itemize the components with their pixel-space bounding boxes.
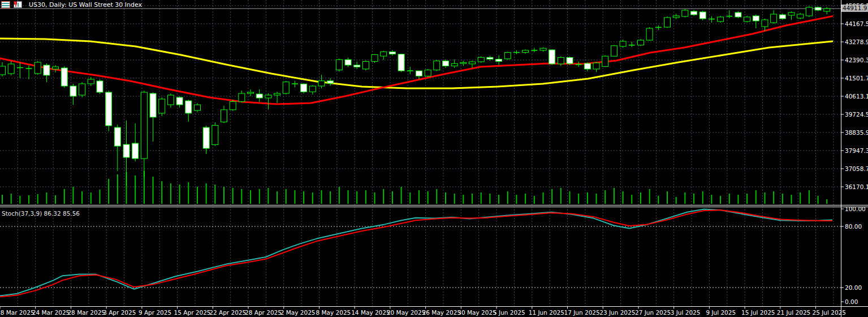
- indicator-plot-area[interactable]: [0, 208, 841, 306]
- chart-title: US30, Daily: US Wall Street 30 Index: [29, 1, 142, 8]
- chart-window: 45056.144167.543278.942390.341501.740613…: [0, 0, 868, 317]
- time-label: 17 Jun 2025: [564, 309, 600, 316]
- time-label: 9 Apr 2025: [139, 309, 171, 316]
- indicator-level-label: 100.00: [845, 205, 866, 212]
- price-label: 40613.1: [845, 93, 868, 100]
- time-label: 27 Jun 2025: [635, 309, 671, 316]
- time-label: 3 Apr 2025: [103, 309, 136, 316]
- price-label: 39724.5: [845, 111, 868, 118]
- chart-header: US30, Daily: US Wall Street 30 Index: [0, 1, 142, 8]
- indicator-level-label: 0.00: [845, 298, 858, 305]
- workspace-icon: [1, 1, 10, 8]
- chart-canvas[interactable]: 45056.144167.543278.942390.341501.740613…: [0, 0, 868, 317]
- time-label: 11 Jun 2025: [529, 309, 564, 316]
- time-label: 28 Mar 2025: [67, 309, 105, 316]
- time-label: 22 Apr 2025: [209, 309, 246, 316]
- time-label: 23 Jun 2025: [599, 309, 635, 316]
- time-label: 25 Jul 2025: [813, 309, 846, 316]
- time-label: 28 Apr 2025: [245, 309, 282, 316]
- time-label: 3 Jul 2025: [671, 309, 701, 316]
- time-label: 8 May 2025: [316, 309, 351, 316]
- time-label: 26 May 2025: [422, 309, 461, 316]
- time-label: 15 Apr 2025: [174, 309, 211, 316]
- current-price-label: 44911.9: [841, 5, 868, 12]
- time-label: 24 Mar 2025: [32, 309, 70, 316]
- time-label: 2 May 2025: [280, 309, 316, 316]
- time-label: 21 Jul 2025: [777, 309, 810, 316]
- indicator-level-label: 20.00: [845, 284, 862, 291]
- price-label: 41501.7: [845, 75, 868, 82]
- price-label: 43278.9: [845, 38, 868, 45]
- price-label: 37058.7: [845, 165, 868, 172]
- price-label: 37947.3: [845, 147, 868, 154]
- chart-type-icon: [14, 1, 22, 8]
- price-label: 36170.1: [845, 183, 868, 190]
- price-label: 42390.3: [845, 57, 868, 63]
- time-label: 18 Mar 2025: [0, 309, 34, 316]
- time-label: 30 May 2025: [457, 309, 496, 316]
- time-label: 14 May 2025: [351, 309, 390, 316]
- price-label: 44167.5: [845, 20, 868, 27]
- indicator-label: Stoch(37,3,9) 86.32 85.56: [2, 210, 80, 217]
- time-label: 9 Jul 2025: [706, 309, 736, 316]
- main-plot-area[interactable]: [0, 0, 841, 204]
- price-label: 38835.9: [845, 129, 868, 136]
- time-label: 20 May 2025: [387, 309, 425, 316]
- time-label: 15 Jul 2025: [741, 309, 775, 316]
- indicator-level-label: 80.00: [845, 223, 862, 230]
- time-label: 5 Jun 2025: [493, 309, 525, 316]
